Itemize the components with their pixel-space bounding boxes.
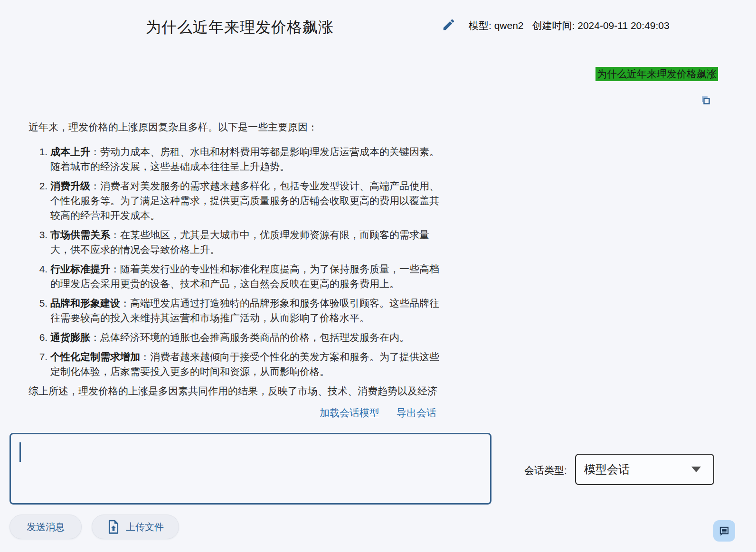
edit-title-button[interactable] <box>441 17 457 33</box>
created-time: 创建时间: 2024-09-11 20:49:03 <box>532 20 670 31</box>
reason-item: 品牌和形象建设：高端理发店通过打造独特的品牌形象和服务体验吸引顾客。这些品牌往往… <box>50 296 443 325</box>
assistant-message: 近年来，理发价格的上涨原因复杂且多样。以下是一些主要原因： 成本上升：劳动力成本… <box>28 120 443 398</box>
session-type-label: 会话类型: <box>524 464 567 477</box>
reason-text: ：总体经济环境的通胀也会推高服务类商品的价格，包括理发服务在内。 <box>90 332 409 343</box>
reason-term: 品牌和形象建设 <box>50 298 120 309</box>
user-message: 为什么近年来理发价格飙涨 <box>595 67 718 81</box>
reason-item: 个性化定制需求增加：消费者越来越倾向于接受个性化的美发方案和服务。为了提供这些定… <box>50 349 443 379</box>
copy-message-button[interactable] <box>700 95 711 106</box>
load-session-model-link[interactable]: 加载会话模型 <box>320 406 379 420</box>
file-upload-icon <box>107 519 120 534</box>
chevron-down-icon <box>691 467 701 472</box>
model-info: 模型: qwen2 <box>469 20 524 31</box>
text-cursor <box>19 442 21 462</box>
reason-item: 成本上升：劳动力成本、房租、水电和材料费用等都是影响理发店运营成本的关键因素。随… <box>50 144 443 174</box>
reason-item: 通货膨胀：总体经济环境的通胀也会推高服务类商品的价格，包括理发服务在内。 <box>50 330 443 345</box>
reason-term: 行业标准提升 <box>50 263 110 274</box>
reason-term: 成本上升 <box>50 146 90 157</box>
pencil-icon <box>442 26 456 33</box>
reason-text: ：劳动力成本、房租、水电和材料费用等都是影响理发店运营成本的关键因素。随着城市的… <box>50 146 439 172</box>
response-intro: 近年来，理发价格的上涨原因复杂且多样。以下是一些主要原因： <box>28 120 443 134</box>
reason-text: ：消费者对美发服务的需求越来越多样化，包括专业发型设计、高端产品使用、个性化服务… <box>50 180 439 221</box>
reason-term: 通货膨胀 <box>50 332 90 343</box>
reason-list: 成本上升：劳动力成本、房租、水电和材料费用等都是影响理发店运营成本的关键因素。随… <box>28 144 443 379</box>
page-title: 为什么近年来理发价格飙涨 <box>28 17 451 38</box>
session-meta: 模型: qwen2创建时间: 2024-09-11 20:49:03 <box>469 19 678 32</box>
chat-fab-button[interactable] <box>713 520 735 542</box>
reason-item: 消费升级：消费者对美发服务的需求越来越多样化，包括专业发型设计、高端产品使用、个… <box>50 178 443 223</box>
reason-term: 消费升级 <box>50 180 90 191</box>
send-message-button[interactable]: 发送消息 <box>9 515 82 539</box>
upload-file-button[interactable]: 上传文件 <box>92 515 179 539</box>
reason-item: 市场供需关系：在某些地区，尤其是大城市中，优质理发师资源有限，而顾客的需求量大，… <box>50 227 443 257</box>
reason-term: 市场供需关系 <box>50 229 110 240</box>
export-session-link[interactable]: 导出会话 <box>397 406 436 420</box>
upload-file-label: 上传文件 <box>126 521 164 533</box>
copy-icon <box>700 100 711 107</box>
session-type-value: 模型会话 <box>584 462 691 477</box>
send-message-label: 发送消息 <box>27 521 65 533</box>
session-type-select[interactable]: 模型会话 <box>575 454 714 485</box>
reason-term: 个性化定制需求增加 <box>50 351 140 362</box>
chat-bubble-icon <box>718 525 730 537</box>
message-input[interactable] <box>9 433 491 505</box>
session-actions: 加载会话模型 导出会话 <box>0 406 756 420</box>
response-outro: 综上所述，理发价格的上涨是多因素共同作用的结果，反映了市场、技术、消费趋势以及经… <box>28 384 443 398</box>
reason-item: 行业标准提升：随着美发行业的专业性和标准化程度提高，为了保持服务质量，一些高档的… <box>50 262 443 291</box>
